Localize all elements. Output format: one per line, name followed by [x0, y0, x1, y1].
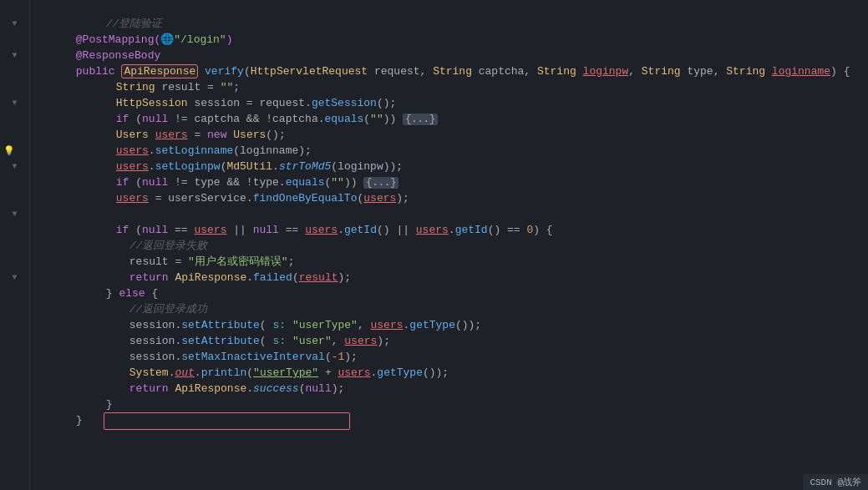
code-line-19: //返回登录成功 [37, 285, 868, 301]
gutter-row-23 [0, 349, 29, 365]
code-line-18: } else { [37, 270, 868, 285]
fold-icon-if1[interactable]: ▼ [12, 99, 17, 108]
gutter-row-28 [0, 428, 29, 444]
gutter-row-3 [0, 32, 29, 48]
fold-icon-method[interactable]: ▼ [12, 51, 17, 60]
gutter-row-19 [0, 285, 29, 301]
fold-icon-if2[interactable]: ▼ [12, 162, 17, 171]
code-line-12: users = usersService.findOneByEqualTo(us… [37, 174, 868, 190]
gutter-row-25 [0, 381, 29, 397]
close-brace-2: } [76, 414, 83, 427]
code-line-10: users.setLoginpw(Md5Util.strToMd5(loginp… [37, 143, 868, 159]
gutter-row-5 [0, 63, 29, 79]
watermark-text: CSDN @战斧 [810, 477, 861, 487]
gutter-row-22 [0, 333, 29, 349]
gutter-row-14[interactable]: ▼ [0, 206, 29, 222]
gutter-row-30 [0, 460, 29, 476]
code-line-15: //返回登录失败 [37, 222, 868, 238]
code-line-1: //登陆验证 [37, 0, 868, 16]
gutter-row-10: 💡 [0, 143, 29, 159]
code-line-22: session.setMaxInactiveInterval(-1); [37, 333, 868, 349]
code-area: //登陆验证 @PostMapping(🌐"/login") @Response… [30, 0, 868, 490]
gutter-row-8 [0, 111, 29, 127]
code-line-2: @PostMapping(🌐"/login") [37, 16, 868, 32]
gutter-row-24 [0, 365, 29, 381]
fold-icon-else[interactable]: ▼ [12, 273, 17, 282]
fold-icon-if-null[interactable]: ▼ [12, 210, 17, 219]
code-line-14: if (null == users || null == users.getId… [37, 206, 868, 222]
lightbulb-icon[interactable]: 💡 [3, 145, 15, 156]
gutter-row-7[interactable]: ▼ [0, 95, 29, 111]
gutter-row-12 [0, 174, 29, 190]
editor-gutter: ▼ ▼ ▼ 💡 ▼ [0, 0, 30, 490]
code-line-8: Users users = new Users(); [37, 111, 868, 127]
gutter-row-20 [0, 301, 29, 317]
gutter-row-16 [0, 238, 29, 254]
code-line-7: if (null != captcha && !captcha.equals("… [37, 95, 868, 111]
code-line-17: return ApiResponse.failed(result); [37, 254, 868, 270]
code-line-13 [37, 190, 868, 206]
watermark: CSDN @战斧 [803, 474, 868, 490]
gutter-row-15 [0, 222, 29, 238]
gutter-row-4[interactable]: ▼ [0, 48, 29, 63]
code-line-23: System.out.println("userType" + users.ge… [37, 349, 868, 365]
code-line-16: result = "用户名或密码错误"; [37, 238, 868, 254]
gutter-row-17 [0, 254, 29, 270]
fold-icon-postmapping[interactable]: ▼ [12, 19, 17, 28]
gutter-row-21 [0, 317, 29, 333]
gutter-row-29 [0, 444, 29, 460]
code-line-11: if (null != type && !type.equals("")) {.… [37, 159, 868, 174]
code-line-24: return ApiResponse.success(null); [37, 365, 868, 381]
code-line-6: HttpSession session = request.getSession… [37, 79, 868, 95]
gutter-row-13 [0, 190, 29, 206]
code-line-9: users.setLoginname(loginname); [37, 127, 868, 143]
code-line-25: } [37, 381, 868, 397]
code-line-5: String result = ""; [37, 63, 868, 79]
gutter-row-26 [0, 397, 29, 412]
code-line-4: public ApiResponse verify(HttpServletReq… [37, 48, 868, 63]
return-success-highlight [104, 412, 350, 430]
code-editor: ▼ ▼ ▼ 💡 ▼ [0, 0, 868, 490]
gutter-row-9 [0, 127, 29, 143]
gutter-row-11[interactable]: ▼ [0, 159, 29, 174]
gutter-row-6 [0, 79, 29, 95]
code-line-20: session.setAttribute( s: "userType", use… [37, 301, 868, 317]
gutter-row-18[interactable]: ▼ [0, 270, 29, 285]
code-line-26: } [37, 397, 868, 412]
code-line-21: session.setAttribute( s: "user", users); [37, 317, 868, 333]
gutter-row-1 [0, 0, 29, 16]
gutter-row-27 [0, 412, 29, 428]
code-line-3: @ResponseBody [37, 32, 868, 48]
gutter-row-2[interactable]: ▼ [0, 16, 29, 32]
